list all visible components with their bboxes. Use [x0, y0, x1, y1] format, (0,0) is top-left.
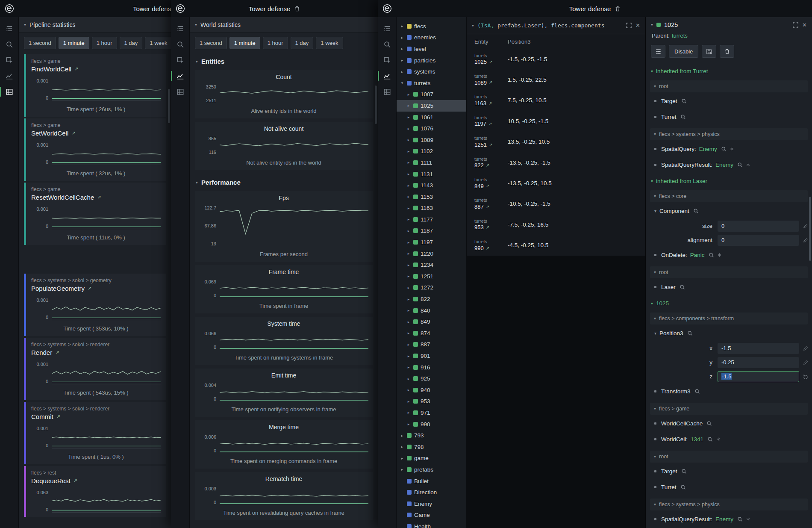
chevron-down-icon[interactable] — [654, 270, 656, 274]
chevron-down-icon[interactable] — [651, 301, 653, 306]
section-header[interactable]: Performance — [190, 174, 378, 189]
component-path-header[interactable]: root — [650, 451, 808, 463]
tree-item-849[interactable]: ▸849 — [397, 316, 466, 327]
component-path-header[interactable]: flecs > systems > physics — [650, 499, 808, 510]
expand-arrow-icon[interactable]: ▸ — [400, 434, 404, 438]
component-row[interactable]: Component — [646, 203, 812, 219]
tree-item-prefabs[interactable]: ▸prefabs — [397, 464, 466, 475]
search-icon[interactable] — [680, 484, 686, 490]
trash-icon[interactable] — [614, 6, 621, 12]
sidebar-tool-search[interactable] — [0, 36, 18, 52]
chevron-down-icon[interactable] — [654, 331, 656, 336]
sidebar-tool-chart[interactable] — [378, 68, 396, 84]
tree-item-1143[interactable]: ▸1143 — [397, 180, 466, 191]
tree-item-953[interactable]: ▸953 — [397, 396, 466, 407]
expand-arrow-icon[interactable]: ▸ — [400, 467, 404, 472]
tree-item-Game[interactable]: Game — [397, 510, 466, 521]
tree-item-1111[interactable]: ▸1111 — [397, 157, 466, 168]
expand-arrow-icon[interactable]: ▸ — [406, 149, 411, 153]
tree-item-1272[interactable]: ▸1272 — [397, 282, 466, 294]
chevron-down-icon[interactable] — [651, 69, 653, 74]
edit-field-icon[interactable] — [803, 360, 809, 366]
open-entity-icon[interactable]: ↗ — [486, 183, 489, 189]
edit-field-icon[interactable] — [803, 223, 809, 229]
disable-button[interactable]: Disable — [669, 45, 698, 58]
tree-item-1102[interactable]: ▸1102 — [397, 146, 466, 157]
tree-item-916[interactable]: ▸916 — [397, 362, 466, 373]
open-system-icon[interactable]: ↗ — [71, 130, 75, 136]
query-result-row[interactable]: turrets1197↗10.5, -0.25, -1.5 — [467, 111, 645, 131]
expand-arrow-icon[interactable]: ▸ — [400, 70, 404, 74]
time-range-1-day[interactable]: 1 day — [120, 37, 143, 49]
sidebar-tool-search[interactable] — [171, 36, 189, 52]
expand-arrow-icon[interactable]: ▸ — [406, 138, 411, 142]
sidebar-tool-stats[interactable] — [171, 84, 189, 100]
inspector-section-header[interactable]: inherited from Laser — [646, 173, 812, 187]
open-entity-icon[interactable]: ↗ — [489, 59, 492, 65]
scrollbar-thumb[interactable] — [168, 89, 170, 123]
chevron-down-icon[interactable] — [196, 180, 198, 185]
query-result-row[interactable]: turrets887↗-10.5, -0.25, -1.5 — [467, 194, 645, 214]
save-button[interactable] — [702, 45, 716, 58]
component-path-header[interactable]: flecs > components > transform — [650, 313, 808, 324]
tree-item-971[interactable]: ▸971 — [397, 407, 466, 419]
sidebar-tool-stats[interactable] — [378, 84, 396, 100]
sidebar-tool-chart[interactable] — [171, 68, 189, 84]
tree-item-1061[interactable]: ▸1061 — [397, 112, 466, 123]
expand-arrow-icon[interactable]: ▸ — [406, 127, 411, 131]
chevron-down-icon[interactable] — [472, 24, 474, 28]
sidebar-tool-search[interactable] — [378, 36, 396, 52]
open-system-icon[interactable]: ↗ — [56, 414, 60, 419]
chevron-down-icon[interactable] — [195, 23, 197, 27]
tree-view-button[interactable] — [651, 45, 665, 58]
field-input-alignment[interactable]: 0 — [718, 235, 799, 246]
component-row[interactable]: SpatialQueryResult:Enemy — [646, 511, 812, 527]
sidebar-tool-tree[interactable] — [0, 21, 18, 36]
query-result-row[interactable]: turrets1025↗-1.5, -0.25, -1.5 — [467, 49, 645, 69]
field-input-x[interactable]: -1.5 — [718, 343, 799, 354]
expand-arrow-icon[interactable]: ▸ — [406, 206, 411, 210]
component-row[interactable]: Position3 — [646, 325, 812, 341]
field-input-z[interactable]: -1.5 — [718, 371, 799, 382]
expand-arrow-icon[interactable]: ▸ — [400, 58, 404, 62]
open-system-icon[interactable]: ↗ — [55, 350, 59, 355]
component-path-header[interactable]: root — [650, 266, 808, 278]
open-system-icon[interactable]: ↗ — [97, 195, 101, 200]
expand-arrow-icon[interactable]: ▸ — [406, 342, 411, 347]
field-input-y[interactable]: -0.25 — [718, 357, 799, 368]
search-icon[interactable] — [680, 284, 685, 290]
open-entity-icon[interactable]: ↗ — [486, 204, 489, 209]
tree-item-793[interactable]: ▸793 — [397, 430, 466, 441]
tree-item-798[interactable]: ▸798 — [397, 441, 466, 453]
tree-item-1025[interactable]: ▸1025 — [397, 100, 466, 112]
tree-item-1177[interactable]: ▸1177 — [397, 214, 466, 225]
expand-arrow-icon[interactable]: ▸ — [406, 172, 411, 176]
chevron-down-icon[interactable] — [196, 59, 198, 64]
expand-arrow-icon[interactable]: ▸ — [406, 399, 411, 404]
tree-item-1131[interactable]: ▸1131 — [397, 168, 466, 180]
expand-arrow-icon[interactable]: ▸ — [406, 263, 411, 267]
tree-item-systems[interactable]: ▸systems — [397, 66, 466, 77]
expand-arrow-icon[interactable]: ▸ — [400, 24, 404, 28]
tree-item-1187[interactable]: ▸1187 — [397, 225, 466, 237]
expand-arrow-icon[interactable]: ▸ — [400, 47, 404, 51]
expand-arrow-icon[interactable]: ▸ — [400, 35, 404, 40]
expand-arrow-icon[interactable]: ▸ — [400, 456, 404, 460]
tree-item-Bullet[interactable]: Bullet — [397, 475, 466, 487]
chevron-down-icon[interactable] — [654, 209, 656, 213]
component-row[interactable]: Laser — [646, 279, 812, 295]
chevron-down-icon[interactable] — [654, 194, 656, 198]
search-icon[interactable] — [707, 437, 713, 442]
search-icon[interactable] — [737, 516, 743, 522]
tree-item-1163[interactable]: ▸1163 — [397, 203, 466, 214]
expand-arrow-icon[interactable]: ▸ — [406, 183, 411, 188]
component-row[interactable]: Target — [646, 93, 812, 109]
search-icon[interactable] — [694, 389, 700, 394]
expand-arrow-icon[interactable]: ▸ — [406, 286, 411, 290]
time-range-1-day[interactable]: 1 day — [291, 37, 314, 49]
component-row[interactable]: Turret — [646, 109, 812, 125]
component-row[interactable]: Target — [646, 463, 812, 479]
sidebar-tool-select[interactable] — [378, 52, 396, 68]
search-icon[interactable] — [687, 330, 693, 336]
open-entity-icon[interactable]: ↗ — [489, 80, 492, 85]
